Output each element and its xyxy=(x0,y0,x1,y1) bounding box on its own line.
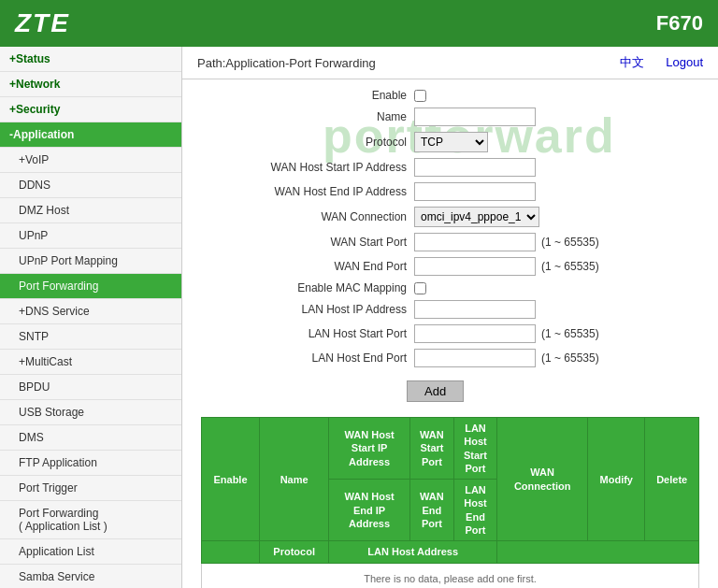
wan-host-end-ip-label: WAN Host End IP Address xyxy=(201,185,407,198)
sidebar-item-usb-storage[interactable]: USB Storage xyxy=(0,400,181,425)
sidebar-item-port-forwarding-app-list[interactable]: Port Forwarding ( Application List ) xyxy=(0,501,181,539)
no-data-row: There is no data, please add one first. xyxy=(202,563,699,588)
th-lan-host-end-port: LANHostEndPort xyxy=(453,480,496,541)
wan-end-port-hint: (1 ~ 65535) xyxy=(541,260,599,273)
th-protocol-and-wan-end-ip: WAN HostEnd IPAddress xyxy=(329,480,410,541)
wan-start-port-input[interactable] xyxy=(414,233,536,251)
wan-start-port-label: WAN Start Port xyxy=(201,236,407,249)
port-forwarding-form: Enable Name Protocol TCPUDPTCP/UDP WAN H… xyxy=(201,89,699,402)
enable-label: Enable xyxy=(201,89,407,102)
sidebar-item-dns-service[interactable]: +DNS Service xyxy=(0,299,181,324)
add-button[interactable]: Add xyxy=(407,380,464,402)
th-spacer xyxy=(497,541,699,563)
wan-connection-select[interactable]: omci_ipv4_pppoe_1 xyxy=(414,207,539,227)
th-empty xyxy=(202,541,260,563)
lan-host-end-port-label: LAN Host End Port xyxy=(201,351,407,365)
header: ZTE F670 xyxy=(0,0,718,47)
logout-link[interactable]: Logout xyxy=(666,55,703,69)
topbar: Path:Application-Port Forwarding 中文 Logo… xyxy=(182,47,718,79)
enable-mac-mapping-checkbox[interactable] xyxy=(414,282,426,294)
lan-host-start-port-label: LAN Host Start Port xyxy=(201,327,407,340)
sidebar-item-upnp-port-mapping[interactable]: UPnP Port Mapping xyxy=(0,249,181,274)
name-input[interactable] xyxy=(414,108,536,126)
sidebar-item-network[interactable]: +Network xyxy=(0,72,181,97)
sidebar-item-sntp[interactable]: SNTP xyxy=(0,324,181,350)
th-wan-host-start-ip: WAN HostStart IPAddress xyxy=(329,418,410,480)
sidebar-item-application-list[interactable]: Application List xyxy=(0,539,181,565)
forwarding-table: Enable Name WAN HostStart IPAddress WANS… xyxy=(201,417,699,588)
sidebar-item-security[interactable]: +Security xyxy=(0,97,181,122)
protocol-label: Protocol xyxy=(201,136,407,149)
logo: ZTE xyxy=(15,8,70,38)
lang-link[interactable]: 中文 xyxy=(620,55,644,69)
th-lan-host-address: LAN Host Address xyxy=(329,541,497,563)
topbar-links: 中文 Logout xyxy=(601,54,703,71)
lan-host-start-port-input[interactable] xyxy=(414,324,536,343)
lan-host-ip-input[interactable] xyxy=(414,300,536,319)
th-wan-end-port: WANEndPort xyxy=(409,480,453,541)
enable-checkbox[interactable] xyxy=(414,90,426,102)
sidebar-item-upnp[interactable]: UPnP xyxy=(0,223,181,249)
sidebar-item-application[interactable]: -Application xyxy=(0,122,181,148)
th-modify: Modify xyxy=(588,418,645,541)
sidebar-item-ftp-application[interactable]: FTP Application xyxy=(0,451,181,476)
lan-host-end-port-input[interactable] xyxy=(414,349,536,367)
model-label: F670 xyxy=(656,11,703,36)
th-protocol: Protocol xyxy=(260,541,329,563)
th-enable: Enable xyxy=(202,418,260,541)
sidebar-item-status[interactable]: +Status xyxy=(0,47,181,72)
breadcrumb: Path:Application-Port Forwarding xyxy=(197,56,376,70)
th-delete: Delete xyxy=(645,418,699,541)
main-content: Path:Application-Port Forwarding 中文 Logo… xyxy=(182,47,718,588)
wan-host-start-ip-input[interactable] xyxy=(414,158,536,177)
sidebar-item-port-trigger[interactable]: Port Trigger xyxy=(0,476,181,501)
th-lan-host-start-port: LANHostStartPort xyxy=(453,418,496,480)
sidebar-item-port-forwarding[interactable]: Port Forwarding xyxy=(0,274,181,299)
sidebar-item-dmz-host[interactable]: DMZ Host xyxy=(0,198,181,223)
name-label: Name xyxy=(201,110,407,123)
sidebar-item-ddns[interactable]: DDNS xyxy=(0,173,181,198)
protocol-select[interactable]: TCPUDPTCP/UDP xyxy=(414,132,488,152)
forwarding-table-section: Enable Name WAN HostStart IPAddress WANS… xyxy=(201,417,699,588)
th-wan-start-port: WANStartPort xyxy=(409,418,453,480)
th-wan-connection: WANConnection xyxy=(497,418,588,541)
lan-host-end-port-hint: (1 ~ 65535) xyxy=(541,351,599,365)
sidebar-item-multicast[interactable]: +MultiCast xyxy=(0,350,181,375)
sidebar-item-dms[interactable]: DMS xyxy=(0,425,181,451)
sidebar: +Status+Network+Security-Application+VoI… xyxy=(0,47,182,588)
wan-start-port-hint: (1 ~ 65535) xyxy=(541,236,599,249)
lan-host-ip-label: LAN Host IP Address xyxy=(201,303,407,316)
wan-end-port-input[interactable] xyxy=(414,257,536,276)
no-data-message: There is no data, please add one first. xyxy=(202,563,699,588)
sidebar-item-voip[interactable]: +VoIP xyxy=(0,148,181,173)
wan-host-start-ip-label: WAN Host Start IP Address xyxy=(201,161,407,174)
wan-host-end-ip-input[interactable] xyxy=(414,182,536,201)
enable-mac-mapping-label: Enable MAC Mapping xyxy=(201,281,407,294)
th-name: Name xyxy=(260,418,329,541)
wan-end-port-label: WAN End Port xyxy=(201,260,407,273)
sidebar-item-bpdu[interactable]: BPDU xyxy=(0,375,181,400)
sidebar-item-samba-service[interactable]: Samba Service xyxy=(0,565,181,588)
wan-connection-label: WAN Connection xyxy=(201,210,407,223)
lan-host-start-port-hint: (1 ~ 65535) xyxy=(541,327,599,340)
